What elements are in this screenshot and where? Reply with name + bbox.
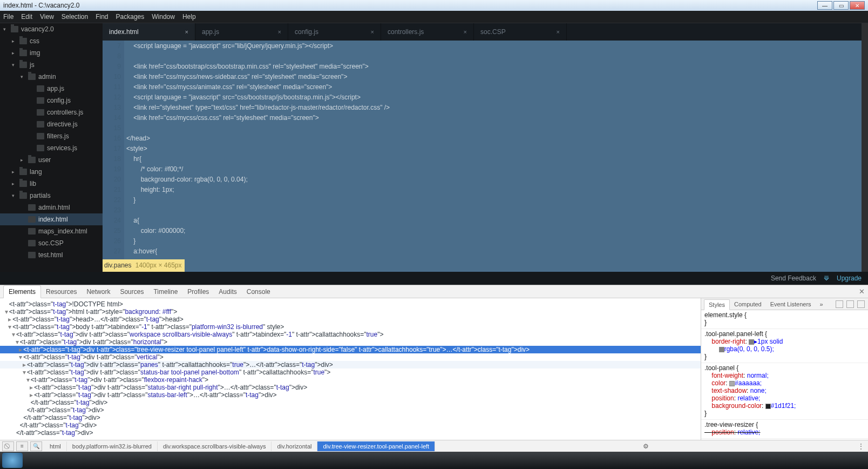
inspect-icon[interactable]: ⃠ bbox=[2, 441, 14, 451]
dom-node[interactable]: ▾<t-attr">class="t-tag">div t-attr">clas… bbox=[0, 338, 701, 346]
tree-file-app-js[interactable]: app.js bbox=[0, 83, 103, 95]
tab-soc-CSP[interactable]: soc.CSP× bbox=[474, 23, 567, 41]
breadcrumb-item[interactable]: html bbox=[44, 441, 67, 451]
dom-node[interactable]: ▾<t-attr">class="t-tag">body t-attr">tab… bbox=[0, 323, 701, 331]
css-rule[interactable]: element.style {} bbox=[701, 310, 868, 329]
tab-controllers-js[interactable]: controllers.js× bbox=[381, 23, 474, 41]
css-rule[interactable]: .tree-view-resizer { position: relative; bbox=[701, 420, 868, 439]
breadcrumb-item[interactable]: body.platform-win32.is-blurred bbox=[67, 441, 158, 451]
gear-icon[interactable] bbox=[857, 300, 865, 308]
toggle-element-state-icon[interactable] bbox=[846, 300, 854, 308]
dom-node[interactable]: </t-attr">class="t-tag">div> bbox=[0, 429, 701, 437]
styles-tab-eventlisteners[interactable]: Event Listeners bbox=[766, 299, 816, 309]
dom-node[interactable]: ▸<t-attr">class="t-tag">div t-attr">clas… bbox=[0, 391, 701, 399]
devtools-tab-timeline[interactable]: Timeline bbox=[148, 286, 182, 298]
tree-file-filters-js[interactable]: filters.js bbox=[0, 130, 103, 142]
tree-file-config-js[interactable]: config.js bbox=[0, 95, 103, 106]
minimize-button[interactable]: — bbox=[817, 1, 832, 10]
css-rule[interactable]: .tool-panel { font-weight: normal; color… bbox=[701, 363, 868, 420]
dom-node[interactable]: ▾<t-attr">class="t-tag">div t-attr">clas… bbox=[0, 376, 701, 384]
tab-config-js[interactable]: config.js× bbox=[288, 23, 381, 41]
devtools-tab-sources[interactable]: Sources bbox=[115, 286, 148, 298]
devtools-styles-wrap: StylesComputedEvent Listeners» element.s… bbox=[701, 298, 868, 440]
dom-node[interactable]: </t-attr">class="t-tag">div> bbox=[0, 406, 701, 414]
console-icon[interactable]: ≡ bbox=[16, 441, 28, 451]
tree-file-test-html[interactable]: test.html bbox=[0, 249, 103, 261]
close-icon[interactable]: × bbox=[464, 29, 467, 35]
start-button[interactable] bbox=[2, 453, 23, 468]
dom-node[interactable]: </t-attr">class="t-tag">div> bbox=[0, 421, 701, 429]
menu-file[interactable]: File bbox=[3, 13, 13, 21]
devtools-tab-profiles[interactable]: Profiles bbox=[182, 286, 214, 298]
styles-tab-styles[interactable]: Styles bbox=[704, 299, 730, 310]
tree-file-admin-html[interactable]: admin.html bbox=[0, 202, 103, 213]
devtools-styles[interactable]: element.style {}.tool-panel.panel-left {… bbox=[701, 310, 868, 440]
close-icon[interactable]: × bbox=[278, 29, 281, 35]
tree-folder-admin[interactable]: ▾admin bbox=[0, 71, 103, 83]
tree-file-index-html[interactable]: index.html bbox=[0, 213, 103, 225]
tree-folder-user[interactable]: ▸user bbox=[0, 154, 103, 166]
drawer-icon[interactable]: ⋮ bbox=[856, 441, 866, 451]
css-rule[interactable]: .tool-panel.panel-left { border-right: ▸… bbox=[701, 329, 868, 363]
tree-file-soc-CSP[interactable]: soc.CSP bbox=[0, 237, 103, 249]
tree-file-services-js[interactable]: services.js bbox=[0, 142, 103, 154]
search-icon[interactable]: 🔍 bbox=[30, 441, 42, 451]
close-icon[interactable]: × bbox=[371, 29, 374, 35]
gear-icon[interactable]: ⚙ bbox=[641, 441, 650, 451]
tree-file-maps_index-html[interactable]: maps_index.html bbox=[0, 225, 103, 237]
menu-find[interactable]: Find bbox=[96, 13, 108, 21]
dom-node[interactable]: ▾<t-attr">class="t-tag">div t-attr">clas… bbox=[0, 368, 701, 376]
menu-window[interactable]: Window bbox=[152, 13, 175, 21]
breadcrumb-item[interactable]: div.workspace.scrollbars-visible-always bbox=[158, 441, 272, 451]
file-tree[interactable]: ▾vacancy2.0▸css▸img▾js▾adminapp.jsconfig… bbox=[0, 23, 103, 272]
styles-tab-[interactable]: » bbox=[816, 299, 828, 309]
dom-node[interactable]: ▸<t-attr">class="t-tag">div t-attr">clas… bbox=[0, 384, 701, 391]
tree-folder-img[interactable]: ▸img bbox=[0, 47, 103, 59]
menu-selection[interactable]: Selection bbox=[62, 13, 88, 21]
tree-folder-lib[interactable]: ▸lib bbox=[0, 178, 103, 190]
breadcrumb-item[interactable]: div.tree-view-resizer.tool-panel.panel-l… bbox=[317, 441, 435, 451]
tree-folder-lang[interactable]: ▸lang bbox=[0, 166, 103, 178]
code-body[interactable]: <script language = "javascript" src="lib… bbox=[124, 41, 862, 272]
styles-tab-computed[interactable]: Computed bbox=[730, 299, 766, 309]
dom-node[interactable]: </t-attr">class="t-tag">div> bbox=[0, 399, 701, 406]
code-area[interactable]: 789101112131415161718192021222324252627 … bbox=[103, 41, 862, 272]
breadcrumb-item[interactable]: div.horizontal bbox=[272, 441, 317, 451]
devtools-dom-tree[interactable]: <t-attr">class="t-tag">!DOCTYPE html> ▾<… bbox=[0, 298, 701, 440]
devtools-tab-console[interactable]: Console bbox=[242, 286, 275, 298]
maximize-button[interactable]: ▭ bbox=[833, 1, 849, 10]
windows-taskbar[interactable] bbox=[0, 452, 868, 469]
editor-scrollbar[interactable] bbox=[862, 23, 868, 272]
new-rule-icon[interactable] bbox=[836, 300, 843, 308]
close-button[interactable]: ✕ bbox=[850, 1, 865, 10]
devtools-tab-audits[interactable]: Audits bbox=[214, 286, 241, 298]
dom-node[interactable]: ▾<t-attr">class="t-tag">div t-attr">clas… bbox=[0, 353, 701, 361]
devtools-tab-resources[interactable]: Resources bbox=[41, 286, 82, 298]
devtools-tab-elements[interactable]: Elements bbox=[3, 285, 41, 298]
menu-view[interactable]: View bbox=[40, 13, 54, 21]
tab-index-html[interactable]: index.html× bbox=[103, 23, 195, 41]
tree-file-directive-js[interactable]: directive.js bbox=[0, 118, 103, 130]
devtools-close-icon[interactable]: ✕ bbox=[859, 287, 865, 296]
tree-file-controllers-js[interactable]: controllers.js bbox=[0, 106, 103, 118]
send-feedback-link[interactable]: Send Feedback bbox=[771, 274, 816, 282]
dom-node[interactable]: ▸<t-attr">class="t-tag">div t-attr">clas… bbox=[0, 346, 701, 353]
upgrade-link[interactable]: Upgrade bbox=[837, 274, 862, 282]
devtools-tab-network[interactable]: Network bbox=[82, 286, 115, 298]
menu-edit[interactable]: Edit bbox=[21, 13, 32, 21]
menu-help[interactable]: Help bbox=[182, 13, 196, 21]
dom-node[interactable]: <t-attr">class="t-tag">!DOCTYPE html> bbox=[0, 300, 701, 308]
dom-node[interactable]: </t-attr">class="t-tag">div> bbox=[0, 414, 701, 421]
dom-node[interactable]: ▾<t-attr">class="t-tag">div t-attr">clas… bbox=[0, 331, 701, 338]
close-icon[interactable]: × bbox=[185, 29, 188, 35]
tree-folder-css[interactable]: ▸css bbox=[0, 35, 103, 47]
dom-node[interactable]: ▾<t-attr">class="t-tag">html t-attr">sty… bbox=[0, 308, 701, 316]
dom-node[interactable]: ▸<t-attr">class="t-tag">div t-attr">clas… bbox=[0, 361, 701, 368]
tree-folder-partials[interactable]: ▾partials bbox=[0, 190, 103, 202]
tree-folder-vacancy2-0[interactable]: ▾vacancy2.0 bbox=[0, 23, 103, 35]
close-icon[interactable]: × bbox=[557, 29, 560, 35]
tab-app-js[interactable]: app.js× bbox=[195, 23, 288, 41]
menu-packages[interactable]: Packages bbox=[116, 13, 145, 21]
tree-folder-js[interactable]: ▾js bbox=[0, 59, 103, 71]
dom-node[interactable]: ▸<t-attr">class="t-tag">head>…</t-attr">… bbox=[0, 316, 701, 323]
